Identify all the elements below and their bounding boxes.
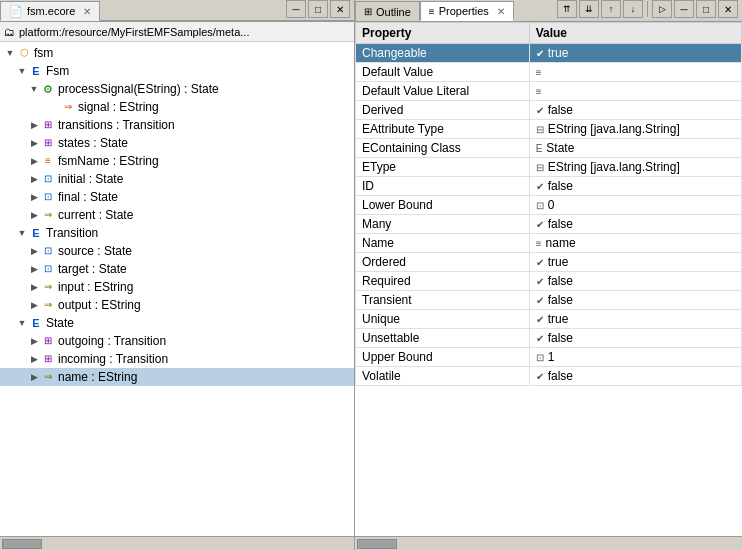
tree-item-transitions[interactable]: ▶ ⊞ transitions : Transition [0, 116, 354, 134]
path-label: platform:/resource/MyFirstEMFSamples/met… [19, 26, 249, 38]
class-icon: E [28, 63, 44, 79]
property-row[interactable]: Changeable✔true [356, 44, 742, 63]
property-row[interactable]: Ordered✔true [356, 253, 742, 272]
close-right-btn[interactable]: ✕ [718, 0, 738, 18]
tab-close-icon[interactable]: ✕ [497, 6, 505, 17]
tree-item-fsm[interactable]: ▼ ⬡ fsm [0, 44, 354, 62]
expand-icon[interactable]: ▶ [28, 210, 40, 220]
property-name: Derived [356, 101, 530, 120]
property-row[interactable]: ID✔false [356, 177, 742, 196]
property-row[interactable]: Derived✔false [356, 101, 742, 120]
close-btn[interactable]: ✕ [330, 0, 350, 18]
tab-close-icon[interactable]: ✕ [83, 6, 91, 17]
tree-item-initial[interactable]: ▶ ⊡ initial : State [0, 170, 354, 188]
expand-icon[interactable]: ▶ [28, 156, 40, 166]
left-scrollbar[interactable] [0, 536, 354, 550]
tree-label: State [46, 316, 74, 330]
tree-item-source[interactable]: ▶ ⊡ source : State [0, 242, 354, 260]
property-row[interactable]: EType⊟EString [java.lang.String] [356, 158, 742, 177]
expand-icon[interactable]: ▼ [16, 66, 28, 76]
minimize-right-btn[interactable]: ─ [674, 0, 694, 18]
property-row[interactable]: Volatile✔false [356, 367, 742, 386]
expand-icon[interactable]: ▶ [28, 120, 40, 130]
right-scrollbar[interactable] [355, 536, 742, 550]
tree-label: initial : State [58, 172, 123, 186]
expand-icon[interactable]: ▼ [16, 228, 28, 238]
property-name: Required [356, 272, 530, 291]
tree-item-state-class[interactable]: ▼ E State [0, 314, 354, 332]
property-row[interactable]: Upper Bound⊡1 [356, 348, 742, 367]
tree-item-fsm-class[interactable]: ▼ E Fsm [0, 62, 354, 80]
tree-item-outgoing[interactable]: ▶ ⊞ outgoing : Transition [0, 332, 354, 350]
minimize-btn[interactable]: ─ [286, 0, 306, 18]
value-icon: ✔ [536, 276, 544, 287]
property-name: Unsettable [356, 329, 530, 348]
tree-item-process-signal[interactable]: ▼ ⚙ processSignal(EString) : State [0, 80, 354, 98]
expand-icon[interactable]: ▶ [28, 246, 40, 256]
expand-icon[interactable]: ▶ [28, 174, 40, 184]
tree-label: name : EString [58, 370, 137, 384]
tree-item-transition-class[interactable]: ▼ E Transition [0, 224, 354, 242]
scroll-thumb-right[interactable] [357, 539, 397, 549]
toolbar-btn-3[interactable]: ↑ [601, 0, 621, 18]
property-value: ✔false [529, 367, 741, 386]
attr2-icon: ⇒ [40, 279, 56, 295]
expand-icon[interactable]: ▶ [28, 336, 40, 346]
expand-icon[interactable]: ▶ [28, 264, 40, 274]
value-text: 0 [548, 198, 555, 212]
property-row[interactable]: Required✔false [356, 272, 742, 291]
expand-icon[interactable]: ▶ [28, 300, 40, 310]
property-row[interactable]: EAttribute Type⊟EString [java.lang.Strin… [356, 120, 742, 139]
expand-icon[interactable]: ▶ [28, 282, 40, 292]
value-text: 1 [548, 350, 555, 364]
tree-item-input[interactable]: ▶ ⇒ input : EString [0, 278, 354, 296]
property-row[interactable]: Unsettable✔false [356, 329, 742, 348]
tree-item-current[interactable]: ▶ ⇒ current : State [0, 206, 354, 224]
property-value: ⊟EString [java.lang.String] [529, 158, 741, 177]
scroll-thumb[interactable] [2, 539, 42, 549]
left-tab-bar: 📄 fsm.ecore ✕ ─ □ ✕ [0, 0, 354, 22]
toolbar-btn-5[interactable]: ▷ [652, 0, 672, 18]
tree-item-name[interactable]: ▶ ⇒ name : EString [0, 368, 354, 386]
property-row[interactable]: Many✔false [356, 215, 742, 234]
property-row[interactable]: Name≡name [356, 234, 742, 253]
maximize-btn[interactable]: □ [308, 0, 328, 18]
property-name: Name [356, 234, 530, 253]
maximize-right-btn[interactable]: □ [696, 0, 716, 18]
property-name: EAttribute Type [356, 120, 530, 139]
property-row[interactable]: Default Value≡ [356, 63, 742, 82]
expand-icon[interactable]: ▶ [28, 192, 40, 202]
tree-item-signal[interactable]: ▶ ⇒ signal : EString [0, 98, 354, 116]
value-icon: ≡ [536, 67, 542, 78]
property-column-header: Property [356, 23, 530, 44]
tree-item-final[interactable]: ▶ ⊡ final : State [0, 188, 354, 206]
value-text: name [546, 236, 576, 250]
fsm-ecore-tab[interactable]: 📄 fsm.ecore ✕ [0, 1, 100, 21]
property-row[interactable]: Transient✔false [356, 291, 742, 310]
class-icon: E [28, 225, 44, 241]
expand-icon[interactable]: ▼ [16, 318, 28, 328]
toolbar-btn-4[interactable]: ↓ [623, 0, 643, 18]
expand-icon[interactable]: ▼ [28, 84, 40, 94]
value-text: true [548, 255, 569, 269]
tree-item-fsmname[interactable]: ▶ ≡ fsmName : EString [0, 152, 354, 170]
property-row[interactable]: Default Value Literal≡ [356, 82, 742, 101]
tree-item-target[interactable]: ▶ ⊡ target : State [0, 260, 354, 278]
property-row[interactable]: EContaining ClassEState [356, 139, 742, 158]
expand-icon[interactable]: ▶ [28, 372, 40, 382]
expand-icon[interactable]: ▶ [28, 138, 40, 148]
ref-icon: ⊡ [40, 189, 56, 205]
value-icon: ✔ [536, 105, 544, 116]
properties-tab[interactable]: ≡ Properties ✕ [420, 1, 514, 21]
expand-icon[interactable]: ▶ [28, 354, 40, 364]
property-row[interactable]: Unique✔true [356, 310, 742, 329]
toolbar-btn-2[interactable]: ⇊ [579, 0, 599, 18]
toolbar-btn-1[interactable]: ⇈ [557, 0, 577, 18]
outline-tab[interactable]: ⊞ Outline [355, 1, 420, 21]
tree-item-incoming[interactable]: ▶ ⊞ incoming : Transition [0, 350, 354, 368]
property-value: EState [529, 139, 741, 158]
tree-item-states[interactable]: ▶ ⊞ states : State [0, 134, 354, 152]
property-row[interactable]: Lower Bound⊡0 [356, 196, 742, 215]
expand-icon[interactable]: ▼ [4, 48, 16, 58]
tree-item-output[interactable]: ▶ ⇒ output : EString [0, 296, 354, 314]
